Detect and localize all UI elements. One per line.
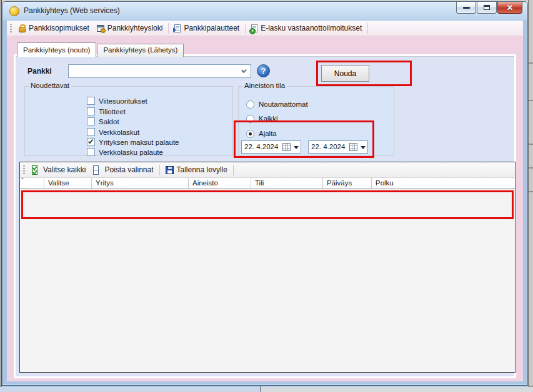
save-disk-icon	[166, 166, 174, 174]
toolbar-item-label: Pankkiyhteysloki	[107, 24, 163, 32]
close-button[interactable]: ✕	[497, 2, 522, 14]
toolbar-item-pankkiyhteysloki[interactable]: Pankkiyhteysloki	[93, 22, 167, 34]
aineiston-tila-title: Aineiston tila	[242, 82, 287, 89]
ajalta-dates-highlight	[234, 120, 374, 158]
filter-icon	[20, 179, 25, 187]
toolbar-separator	[159, 165, 160, 175]
grid-toolbar: Valitse kaikki Poista valinnat Tallenna …	[20, 162, 515, 178]
grid-body[interactable]	[20, 189, 515, 372]
toolbar-grip[interactable]	[10, 24, 12, 33]
title-bar[interactable]: Pankkiyhteys (Web services) ✕	[2, 2, 527, 20]
minimize-button[interactable]	[456, 2, 476, 14]
checkbox-icon[interactable]	[87, 128, 95, 136]
column-header-tili[interactable]: Tili	[251, 178, 323, 189]
toolbar-item-label: Pankkipalautteet	[184, 24, 239, 32]
close-icon: ✕	[507, 4, 514, 12]
client-area: Pankkisopimukset Pankkiyhteysloki Pankki…	[7, 21, 523, 381]
noudettavat-groupbox: Noudettavat Viitesuoritukset Tiliotteet …	[24, 86, 233, 156]
window-title: Pankkiyhteys (Web services)	[24, 6, 120, 15]
toolbar-item-pankkipalautteet[interactable]: Pankkipalautteet	[171, 22, 243, 34]
checkbox-icon[interactable]	[87, 138, 95, 146]
column-header-paivays[interactable]: Päiväys	[323, 178, 372, 189]
radio-noutamattomat[interactable]: Noutamattomat	[246, 100, 308, 109]
tab-strip: Pankkiyhteys (nouto) Pankkiyhteys (Lähet…	[17, 42, 184, 57]
maximize-icon	[484, 5, 490, 10]
bank-label: Pankki	[27, 67, 52, 76]
column-header-filter[interactable]	[20, 178, 44, 189]
results-grid: Valitse kaikki Poista valinnat Tallenna …	[19, 162, 516, 373]
checkbox-icon[interactable]	[87, 97, 95, 105]
chevron-down-icon	[241, 67, 247, 73]
minimize-icon	[463, 7, 470, 9]
noudettavat-title: Noudettavat	[29, 82, 71, 89]
clear-selection-button[interactable]: Poista valinnat	[89, 164, 157, 176]
checkbox-icon[interactable]	[87, 148, 95, 156]
check-all-icon	[32, 165, 40, 174]
checkbox-yrityksen-maksut-palaute[interactable]: Yrityksen maksut palaute	[87, 137, 179, 147]
toolbar-separator	[233, 165, 234, 175]
toolbar-separator	[168, 23, 169, 34]
radio-icon[interactable]	[246, 100, 254, 109]
column-header-polku[interactable]: Polku	[372, 178, 515, 189]
bank-combobox-input[interactable]	[70, 66, 236, 76]
toolbar-item-label: Pankkisopimukset	[29, 24, 89, 32]
uncheck-all-icon	[93, 165, 101, 174]
app-icon	[9, 6, 19, 16]
tab-pankkiyhteys-nouto[interactable]: Pankkiyhteys (nouto)	[17, 42, 96, 57]
background-window-right-edge	[528, 0, 533, 386]
toolbar-separator	[367, 23, 368, 34]
checkbox-verkkolasku-palaute[interactable]: Verkkolasku palaute	[87, 147, 163, 157]
checkbox-saldot[interactable]: Saldot	[87, 117, 119, 126]
toolbar-item-label: E-lasku vastaanottoilmoitukset	[261, 24, 362, 32]
toolbar-item-pankkisopimukset[interactable]: Pankkisopimukset	[15, 22, 93, 34]
nouda-button[interactable]: Nouda	[321, 65, 369, 82]
help-button[interactable]: ?	[257, 64, 270, 77]
maximize-button[interactable]	[477, 2, 497, 14]
toolbar-grip[interactable]	[23, 165, 25, 175]
lock-icon	[19, 27, 26, 32]
tab-label: Pankkiyhteys (Lähetys)	[103, 46, 177, 54]
select-all-button[interactable]: Valitse kaikki	[28, 164, 89, 176]
background-window-bottom-edge	[0, 386, 533, 392]
tab-page-nouto: Pankki ? Nouda Noudettavat Viitesuorituk…	[16, 56, 514, 376]
toolbar-item-elasku[interactable]: E-lasku vastaanottoilmoitukset	[247, 22, 366, 34]
tab-pankkiyhteys-lahetys[interactable]: Pankkiyhteys (Lähetys)	[97, 44, 184, 57]
checkbox-icon[interactable]	[87, 107, 95, 115]
grid-header: Valitse Yritys Aineisto Tili Päiväys Pol…	[20, 178, 515, 189]
column-header-valitse[interactable]: Valitse	[44, 178, 92, 189]
log-gear-icon	[97, 25, 104, 32]
main-window: Pankkiyhteys (Web services) ✕ Pankkisopi…	[2, 1, 528, 386]
checkbox-tiliotteet[interactable]: Tiliotteet	[87, 107, 126, 116]
checkbox-verkkolaskut[interactable]: Verkkolaskut	[87, 127, 139, 137]
column-header-aineisto[interactable]: Aineisto	[189, 178, 251, 189]
bank-combobox[interactable]	[68, 64, 251, 78]
checkbox-viitesuoritukset[interactable]: Viitesuoritukset	[87, 96, 147, 105]
document-add-icon	[251, 24, 257, 32]
first-row-highlight	[21, 190, 514, 219]
toolbar-separator	[245, 23, 246, 34]
column-header-yritys[interactable]: Yritys	[92, 178, 189, 189]
document-arrow-icon	[174, 24, 181, 32]
tab-label: Pankkiyhteys (nouto)	[23, 46, 90, 54]
checkbox-icon[interactable]	[87, 117, 95, 125]
main-toolbar: Pankkisopimukset Pankkiyhteysloki Pankki…	[7, 21, 523, 36]
save-to-disk-button[interactable]: Tallenna levylle	[162, 164, 231, 176]
